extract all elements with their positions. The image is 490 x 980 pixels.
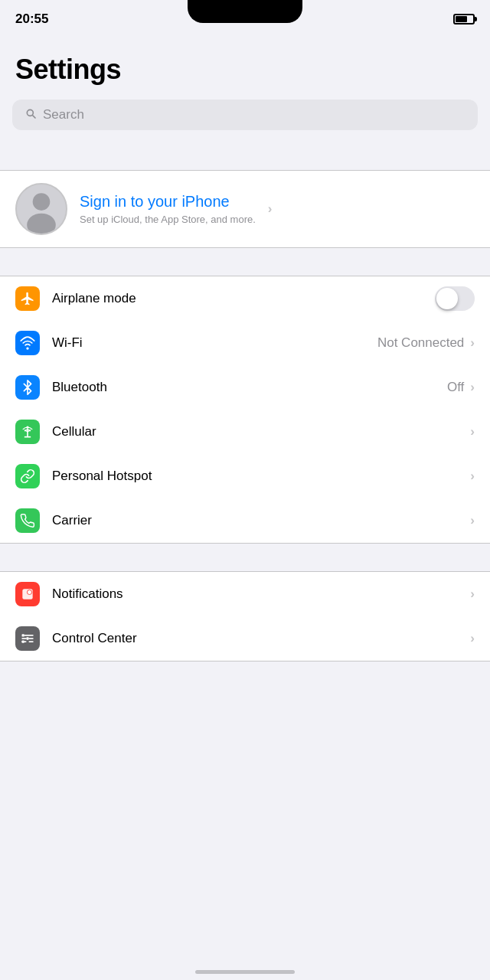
battery-fill	[456, 16, 467, 22]
list-item[interactable]: Notifications ›	[0, 572, 490, 616]
airplane-mode-icon	[15, 286, 40, 311]
signin-text: Sign in to your iPhone Set up iCloud, th…	[80, 193, 256, 225]
airplane-mode-toggle[interactable]	[435, 286, 475, 311]
signin-title: Sign in to your iPhone	[80, 193, 256, 211]
control-center-chevron: ›	[470, 631, 475, 646]
page-title: Settings	[15, 54, 475, 86]
wifi-icon	[15, 331, 40, 355]
battery-body	[453, 14, 475, 24]
section-gap-2	[0, 248, 490, 276]
control-center-icon	[15, 626, 40, 651]
wifi-chevron: ›	[470, 335, 475, 351]
notifications-chevron: ›	[470, 586, 475, 602]
hotspot-icon	[15, 464, 40, 488]
svg-point-9	[28, 590, 31, 594]
battery-indicator	[453, 14, 475, 24]
cellular-label: Cellular	[52, 424, 470, 439]
section-gap-1	[0, 142, 490, 170]
avatar	[15, 183, 67, 235]
search-icon	[24, 107, 37, 122]
signin-section[interactable]: Sign in to your iPhone Set up iCloud, th…	[0, 170, 490, 248]
search-placeholder: Search	[43, 107, 84, 122]
signin-row[interactable]: Sign in to your iPhone Set up iCloud, th…	[0, 171, 490, 247]
home-indicator	[195, 970, 295, 974]
signin-subtitle: Set up iCloud, the App Store, and more.	[80, 214, 256, 225]
search-bar[interactable]: Search	[12, 100, 478, 130]
list-item[interactable]: Airplane mode	[0, 276, 490, 321]
list-item[interactable]: Wi-Fi Not Connected ›	[0, 321, 490, 365]
status-time: 20:55	[15, 11, 48, 27]
wifi-label: Wi-Fi	[52, 335, 377, 351]
wifi-value: Not Connected	[377, 335, 464, 351]
svg-point-0	[33, 193, 51, 211]
list-item[interactable]: Bluetooth Off ›	[0, 365, 490, 410]
bluetooth-icon	[15, 375, 40, 400]
carrier-icon	[15, 508, 40, 533]
notifications-label: Notifications	[52, 586, 470, 602]
svg-rect-12	[26, 637, 28, 639]
search-container: Search	[0, 93, 490, 142]
carrier-chevron: ›	[470, 513, 475, 528]
status-bar: 20:55	[0, 0, 490, 38]
section-gap-3	[0, 544, 490, 571]
signin-chevron: ›	[268, 201, 273, 217]
bluetooth-value: Off	[447, 380, 464, 395]
bluetooth-label: Bluetooth	[52, 380, 447, 395]
carrier-label: Carrier	[52, 513, 470, 528]
list-item[interactable]: Personal Hotspot ›	[0, 454, 490, 498]
connectivity-group: Airplane mode Wi-Fi Not Connected › Blue…	[0, 276, 490, 544]
control-center-label: Control Center	[52, 631, 470, 646]
bluetooth-chevron: ›	[470, 380, 475, 395]
cellular-chevron: ›	[470, 424, 475, 439]
hotspot-chevron: ›	[470, 469, 475, 484]
list-item[interactable]: Carrier ›	[0, 498, 490, 543]
svg-rect-10	[22, 634, 24, 636]
list-item[interactable]: Cellular ›	[0, 410, 490, 454]
list-item[interactable]: Control Center ›	[0, 616, 490, 661]
notch	[188, 0, 302, 23]
cellular-icon	[15, 420, 40, 444]
notifications-icon	[15, 582, 40, 606]
page-header: Settings	[0, 38, 490, 93]
airplane-mode-label: Airplane mode	[52, 291, 435, 306]
hotspot-label: Personal Hotspot	[52, 469, 470, 484]
system-group: Notifications › Control Center ›	[0, 571, 490, 662]
svg-point-1	[27, 214, 56, 234]
